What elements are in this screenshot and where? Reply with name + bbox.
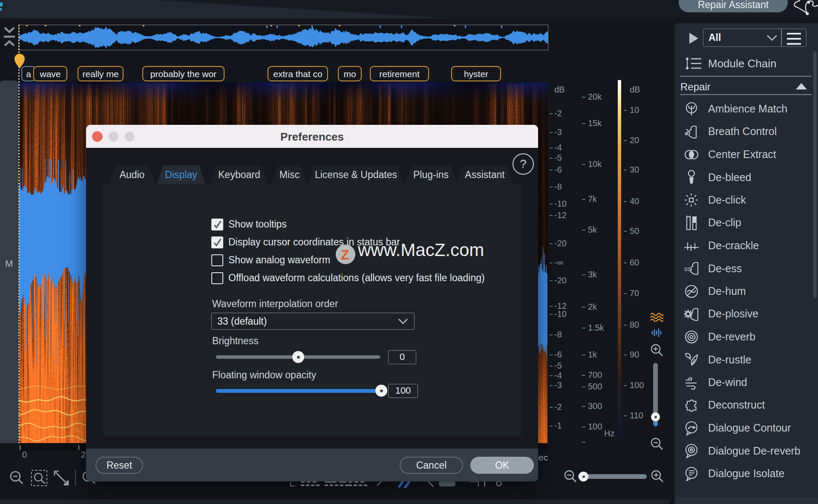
svg-text:ss: ss — [684, 265, 691, 272]
